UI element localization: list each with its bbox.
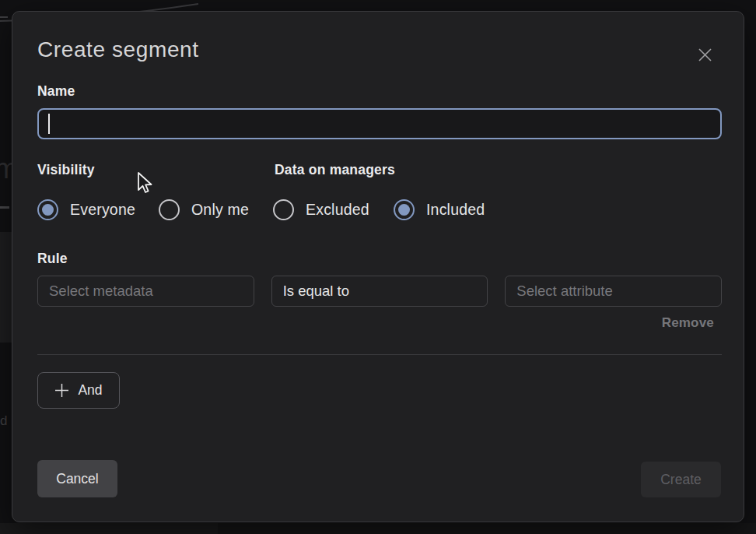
rule-row: Select metadata Is equal to Select attri… <box>37 276 722 307</box>
modal-title: Create segment <box>37 37 199 62</box>
select-metadata-placeholder: Select metadata <box>49 283 153 300</box>
select-attribute-dropdown[interactable]: Select attribute <box>505 276 722 307</box>
name-input[interactable] <box>37 108 722 139</box>
radio-label: Excluded <box>306 201 369 219</box>
operator-dropdown[interactable]: Is equal to <box>271 276 488 307</box>
select-metadata-dropdown[interactable]: Select metadata <box>37 276 254 307</box>
page-background: m d i Create segment Name Visibility Dat… <box>0 0 756 534</box>
radio-circle-icon <box>273 199 294 220</box>
select-attribute-placeholder: Select attribute <box>516 283 612 300</box>
close-button[interactable] <box>694 44 716 65</box>
radio-circle-icon <box>37 199 58 220</box>
text-caret <box>48 114 50 134</box>
visibility-label: Visibility <box>37 162 95 178</box>
operator-value: Is equal to <box>283 283 349 300</box>
add-and-rule-button[interactable]: And <box>37 372 120 409</box>
background-fragment-dash <box>0 206 9 209</box>
rule-label: Rule <box>37 251 68 267</box>
radio-label: Only me <box>191 201 249 219</box>
create-button[interactable]: Create <box>641 462 721 497</box>
cancel-button[interactable]: Cancel <box>37 460 117 497</box>
background-fragment-block <box>0 232 12 343</box>
name-label: Name <box>37 83 75 100</box>
radio-excluded[interactable]: Excluded <box>273 198 369 220</box>
radio-label: Everyone <box>70 201 135 219</box>
create-segment-modal: Create segment Name Visibility Data on m… <box>12 11 744 522</box>
radio-everyone[interactable]: Everyone <box>37 198 135 220</box>
plus-icon <box>54 383 69 398</box>
radio-label: Included <box>426 201 485 219</box>
remove-rule-button[interactable]: Remove <box>662 315 714 331</box>
radio-circle-icon <box>394 199 415 220</box>
and-button-label: And <box>78 382 102 399</box>
background-bottom-bar-dark <box>218 523 756 534</box>
data-on-managers-label: Data on managers <box>275 162 395 178</box>
background-fragment-dash <box>0 16 8 18</box>
divider <box>37 354 722 355</box>
radio-only-me[interactable]: Only me <box>159 198 249 220</box>
radio-included[interactable]: Included <box>394 198 485 220</box>
radio-circle-icon <box>159 199 180 220</box>
close-icon <box>698 47 712 62</box>
